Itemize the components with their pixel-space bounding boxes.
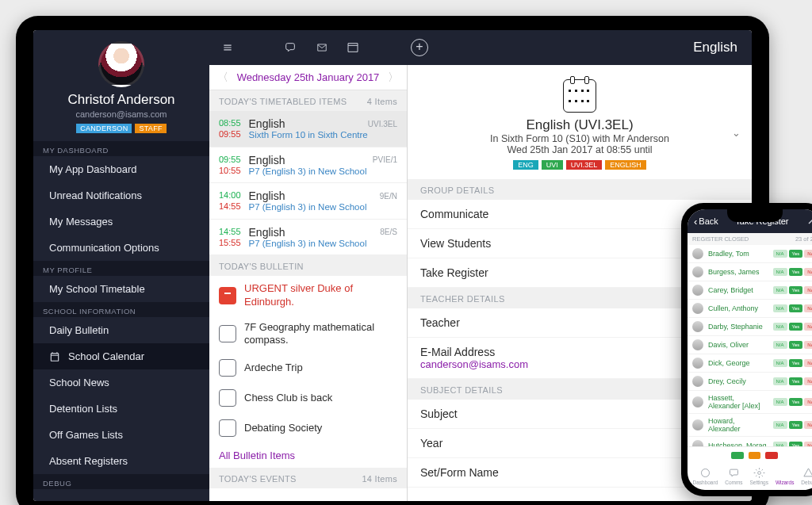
student-row[interactable]: Dick, GeorgeN/AYesNo <box>688 354 812 373</box>
student-row[interactable]: Hutcheson, MoragN/AYesNo <box>688 437 812 446</box>
btn-no[interactable]: No <box>804 359 812 367</box>
timetable-item[interactable]: 09:5510:55EnglishPVIE/1P7 (English 3) in… <box>209 147 407 184</box>
nav-off-games-lists[interactable]: Off Games Lists <box>33 422 209 448</box>
btn-no[interactable]: No <box>804 398 812 406</box>
btn-yes[interactable]: Yes <box>789 250 803 258</box>
bulletin-item[interactable]: URGENT silver Duke of Edinburgh. <box>209 276 407 315</box>
student-row[interactable]: Cullen, AnthonyN/AYesNo <box>688 300 812 318</box>
date-prev[interactable]: 〈 <box>217 71 228 85</box>
tag-uvi3: UVI.3EL <box>566 160 603 170</box>
tab-debug[interactable]: Debug <box>801 467 812 485</box>
student-list[interactable]: Bradley, TomN/AYesNoBurgess, JamesN/AYes… <box>688 245 812 446</box>
tag-english: ENGLISH <box>605 160 646 170</box>
timetable-item[interactable]: 14:0014:55English9E/NP7 (English 3) in N… <box>209 183 407 220</box>
student-row[interactable]: Davis, OliverN/AYesNo <box>688 336 812 354</box>
phone-notch <box>727 209 783 222</box>
topbar: + English <box>209 30 752 65</box>
tab-wizards[interactable]: Wizards <box>776 467 794 485</box>
btn-no[interactable]: No <box>804 250 812 258</box>
student-avatar <box>692 303 703 314</box>
student-row[interactable]: Carey, BridgetN/AYesNo <box>688 281 812 300</box>
avatar[interactable] <box>98 41 144 87</box>
nav-communication-options[interactable]: Communication Options <box>33 235 209 261</box>
bulletin-item[interactable]: Chess Club is back <box>209 383 407 413</box>
bulletin-item[interactable]: 7F Geography mathematical compass. <box>209 315 407 354</box>
bulletin-icon <box>219 325 236 342</box>
window-icon[interactable] <box>346 41 360 54</box>
btn-no[interactable]: No <box>804 421 812 429</box>
btn-yes[interactable]: Yes <box>789 421 803 429</box>
nav-daily-bulletin[interactable]: Daily Bulletin <box>33 317 209 343</box>
calendar-icon <box>563 79 596 113</box>
date-next[interactable]: 〉 <box>388 71 399 85</box>
btn-na[interactable]: N/A <box>773 304 787 312</box>
tab-dashboard[interactable]: Dashboard <box>692 467 718 485</box>
btn-yes[interactable]: Yes <box>789 304 803 312</box>
btn-no[interactable]: No <box>804 341 812 349</box>
btn-no[interactable]: No <box>804 268 812 276</box>
tab-settings[interactable]: Settings <box>750 467 769 485</box>
btn-yes[interactable]: Yes <box>789 268 803 276</box>
section-school-information: SCHOOL INFORMATION <box>33 302 209 317</box>
btn-yes[interactable]: Yes <box>789 341 803 349</box>
btn-na[interactable]: N/A <box>773 421 787 429</box>
sidebar: Christof Anderson canderson@isams.com CA… <box>33 30 209 501</box>
btn-na[interactable]: N/A <box>773 250 787 258</box>
student-row[interactable]: Bradley, TomN/AYesNo <box>688 245 812 263</box>
add-button[interactable]: + <box>411 39 428 56</box>
btn-no[interactable]: No <box>804 377 812 385</box>
bulletin-icon <box>219 419 236 437</box>
btn-yes[interactable]: Yes <box>789 286 803 294</box>
bulletin-item[interactable]: Ardeche Trip <box>209 353 407 383</box>
nav-unread-notifications[interactable]: Unread Notifications <box>33 182 209 209</box>
timetable-item[interactable]: 14:5515:55English8E/SP7 (English 3) in N… <box>209 220 407 256</box>
nav-school-calendar[interactable]: School Calendar <box>33 343 209 369</box>
bulletin-item[interactable]: Debating Society <box>209 413 407 443</box>
student-row[interactable]: Drey, CecilyN/AYesNo <box>688 373 812 391</box>
btn-na[interactable]: N/A <box>773 359 787 367</box>
student-name: Carey, Bridget <box>708 286 768 294</box>
date-nav: 〈 Wednesday 25th January 2017 〉 <box>209 65 407 90</box>
student-name: Drey, Cecily <box>708 377 768 385</box>
btn-na[interactable]: N/A <box>773 341 787 349</box>
nav-absent-registers[interactable]: Absent Registers <box>33 448 209 474</box>
btn-yes[interactable]: Yes <box>789 359 803 367</box>
student-avatar <box>692 358 703 369</box>
nav-my-school-timetable[interactable]: My School Timetable <box>33 276 209 302</box>
btn-yes[interactable]: Yes <box>789 377 803 385</box>
student-name: Bradley, Tom <box>708 250 768 258</box>
btn-na[interactable]: N/A <box>773 286 787 294</box>
btn-yes[interactable]: Yes <box>789 398 803 406</box>
tab-comms[interactable]: Comms <box>725 467 742 485</box>
btn-no[interactable]: No <box>804 286 812 294</box>
btn-na[interactable]: N/A <box>773 377 787 385</box>
date-label: Wednesday 25th January 2017 <box>237 71 380 83</box>
student-row[interactable]: Darby, StephanieN/AYesNo <box>688 318 812 336</box>
timetable-item[interactable]: 08:5509:55EnglishUVI.3ELSixth Form 10 in… <box>209 111 407 147</box>
chat-icon[interactable] <box>282 41 298 54</box>
all-bulletin-link[interactable]: All Bulletin Items <box>209 443 407 468</box>
nav-school-news[interactable]: School News <box>33 369 209 396</box>
nav-my-app-dashboard[interactable]: My App Dashboard <box>33 156 209 182</box>
student-row[interactable]: Burgess, JamesN/AYesNo <box>688 263 812 281</box>
back-button[interactable]: ‹Back <box>694 216 718 228</box>
nav-detention-lists[interactable]: Detention Lists <box>33 396 209 422</box>
btn-na[interactable]: N/A <box>773 268 787 276</box>
phone-legend <box>688 447 812 464</box>
tablet-screen: Christof Anderson canderson@isams.com CA… <box>33 30 752 501</box>
wand-icon[interactable] <box>806 216 812 226</box>
phone-tabs: Dashboard Comms Settings Wizards Debug <box>688 464 812 490</box>
profile-email: canderson@isams.com <box>41 109 201 119</box>
list-icon[interactable] <box>220 42 235 53</box>
chevron-down-icon[interactable]: ⌄ <box>732 127 741 139</box>
nav-my-messages[interactable]: My Messages <box>33 209 209 235</box>
btn-no[interactable]: No <box>804 323 812 331</box>
btn-na[interactable]: N/A <box>773 398 787 406</box>
student-row[interactable]: Hassett, Alexander [Alex]N/AYesNo <box>688 391 812 414</box>
student-avatar <box>692 266 703 277</box>
btn-yes[interactable]: Yes <box>789 323 803 331</box>
student-row[interactable]: Howard, AlexanderN/AYesNo <box>688 414 812 437</box>
btn-na[interactable]: N/A <box>773 323 787 331</box>
mail-icon[interactable] <box>314 42 330 53</box>
btn-no[interactable]: No <box>804 304 812 312</box>
